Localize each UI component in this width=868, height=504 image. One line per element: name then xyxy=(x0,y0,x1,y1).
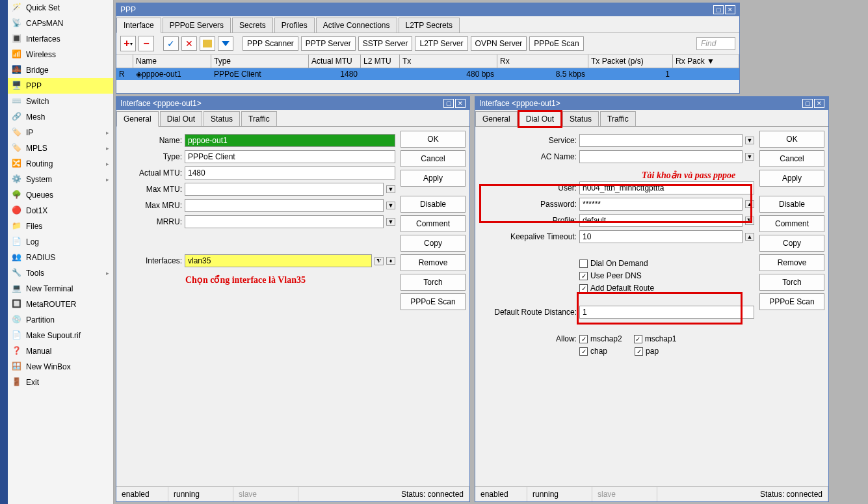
sidebar-item-metarouter[interactable]: 🔲MetaROUTER xyxy=(8,297,113,312)
tab-dialout[interactable]: Dial Out xyxy=(519,111,561,127)
comment-button[interactable] xyxy=(200,36,215,51)
tab-interface[interactable]: Interface xyxy=(116,18,161,33)
sidebar-item-interfaces[interactable]: 🔳Interfaces xyxy=(8,31,113,47)
filter-button[interactable] xyxy=(218,36,233,51)
sidebar-item-exit[interactable]: 🚪Exit xyxy=(8,375,113,390)
interfaces-field[interactable] xyxy=(185,254,372,267)
minimize-button[interactable]: ▢ xyxy=(802,99,813,108)
col-name[interactable]: Name xyxy=(133,55,211,68)
dns-checkbox[interactable]: ✓ xyxy=(579,272,588,280)
table-row[interactable]: R ◈pppoe-out1 PPPoE Client 1480 480 bps … xyxy=(116,68,739,80)
find-input[interactable]: Find xyxy=(696,37,735,50)
service-field[interactable] xyxy=(579,134,743,147)
reveal-icon[interactable]: ▲ xyxy=(745,200,754,208)
sidebar-item-partition[interactable]: 💿Partition xyxy=(8,312,113,328)
sidebar-item-radius[interactable]: 👥RADIUS xyxy=(8,250,113,265)
remove-button[interactable]: − xyxy=(138,36,154,51)
sidebar-item-terminal[interactable]: 💻New Terminal xyxy=(8,281,113,297)
dropdown-icon[interactable]: ▼ xyxy=(386,185,395,193)
minimize-button[interactable]: ▢ xyxy=(443,99,454,108)
cancel-button[interactable]: Cancel xyxy=(759,150,824,167)
disable-button[interactable]: Disable xyxy=(401,196,466,213)
acname-field[interactable] xyxy=(579,150,743,163)
sidebar-item-log[interactable]: 📄Log xyxy=(8,234,113,250)
ok-button[interactable]: OK xyxy=(759,131,824,148)
l2tp-server-button[interactable]: L2TP Server xyxy=(415,36,467,51)
close-button[interactable]: ✕ xyxy=(814,99,824,108)
pap-checkbox[interactable]: ✓ xyxy=(635,347,643,356)
pptp-server-button[interactable]: PPTP Server xyxy=(301,36,356,51)
sidebar-item-quickset[interactable]: 🪄Quick Set xyxy=(8,0,113,16)
copy-button[interactable]: Copy xyxy=(401,235,466,252)
close-button[interactable]: ✕ xyxy=(455,99,466,108)
pppoe-scan-button[interactable]: PPPoE Scan xyxy=(759,293,824,310)
tab-general[interactable]: General xyxy=(475,111,518,126)
sidebar-item-ppp[interactable]: 🖥️PPP xyxy=(8,78,113,94)
tab-l2tp-secrets[interactable]: L2TP Secrets xyxy=(399,18,460,33)
sidebar-item-dot1x[interactable]: 🔴Dot1X xyxy=(8,203,113,219)
sidebar-item-wireless[interactable]: 📶Wireless xyxy=(8,47,113,62)
col-tx[interactable]: Tx xyxy=(400,55,497,68)
sidebar-item-switch[interactable]: ⌨️Switch xyxy=(8,94,113,109)
spin-icon[interactable]: ▲ xyxy=(745,233,754,241)
mrru-field[interactable] xyxy=(185,215,384,228)
maxmru-field[interactable] xyxy=(185,199,384,212)
apply-button[interactable]: Apply xyxy=(401,170,466,187)
dropdown-icon[interactable]: ⧨ xyxy=(375,257,384,265)
tab-general[interactable]: General xyxy=(116,111,159,127)
comment-button[interactable]: Comment xyxy=(759,215,824,232)
adr-checkbox[interactable]: ✓ xyxy=(579,284,588,293)
pppoe-scan-button[interactable]: PPPoE Scan xyxy=(529,36,583,51)
sidebar-item-queues[interactable]: 🌳Queues xyxy=(8,187,113,203)
spin-icon[interactable]: ♦ xyxy=(386,257,395,265)
sidebar-item-tools[interactable]: 🔧Tools▸ xyxy=(8,265,113,281)
tab-secrets[interactable]: Secrets xyxy=(232,18,273,33)
dropdown-icon[interactable]: ▼ xyxy=(386,202,395,209)
sidebar-item-bridge[interactable]: 🌉Bridge xyxy=(8,62,113,78)
dropdown-icon[interactable]: ▼ xyxy=(745,153,754,161)
type-field[interactable] xyxy=(185,150,395,163)
col-rxp[interactable]: Rx Pack ▼ xyxy=(673,55,739,68)
col-type[interactable]: Type xyxy=(211,55,309,68)
disable-button[interactable]: Disable xyxy=(759,196,824,213)
torch-button[interactable]: Torch xyxy=(401,274,466,291)
apply-button[interactable]: Apply xyxy=(759,170,824,187)
enable-button[interactable]: ✓ xyxy=(163,36,179,51)
drd-field[interactable] xyxy=(579,306,754,319)
col-mtu[interactable]: Actual MTU xyxy=(309,55,361,68)
user-field[interactable] xyxy=(579,181,754,194)
actualmtu-field[interactable] xyxy=(185,166,395,179)
sidebar-item-ip[interactable]: 🏷️IP▸ xyxy=(8,125,113,140)
maxmtu-field[interactable] xyxy=(185,183,384,196)
minimize-button[interactable]: ▢ xyxy=(713,5,724,14)
torch-button[interactable]: Torch xyxy=(759,274,824,291)
pppoe-scan-button[interactable]: PPPoE Scan xyxy=(401,293,466,310)
tab-traffic[interactable]: Traffic xyxy=(241,111,277,126)
sidebar-item-capsman[interactable]: 📡CAPsMAN xyxy=(8,16,113,31)
sstp-server-button[interactable]: SSTP Server xyxy=(358,36,413,51)
add-button[interactable]: +▾ xyxy=(120,36,136,51)
sidebar-item-mpls[interactable]: 🏷️MPLS▸ xyxy=(8,140,113,156)
tab-dialout[interactable]: Dial Out xyxy=(160,111,202,126)
col-rx[interactable]: Rx xyxy=(497,55,588,68)
col-txp[interactable]: Tx Packet (p/s) xyxy=(588,55,673,68)
sidebar-item-supout[interactable]: 📄Make Supout.rif xyxy=(8,328,113,343)
ovpn-server-button[interactable]: OVPN Server xyxy=(471,36,527,51)
tab-profiles[interactable]: Profiles xyxy=(274,18,315,33)
sidebar-item-winbox[interactable]: 🪟New WinBox xyxy=(8,359,113,375)
ppp-scanner-button[interactable]: PPP Scanner xyxy=(243,36,298,51)
comment-button[interactable]: Comment xyxy=(401,215,466,232)
tab-active-conn[interactable]: Active Connections xyxy=(316,18,397,33)
mschap2-checkbox[interactable]: ✓ xyxy=(579,335,588,343)
sidebar-item-mesh[interactable]: 🔗Mesh xyxy=(8,109,113,125)
chap-checkbox[interactable]: ✓ xyxy=(579,347,588,356)
tab-status[interactable]: Status xyxy=(562,111,599,126)
disable-button[interactable]: ✕ xyxy=(181,36,197,51)
cancel-button[interactable]: Cancel xyxy=(401,150,466,167)
tab-pppoe-servers[interactable]: PPPoE Servers xyxy=(163,18,231,33)
dropdown-icon[interactable]: ▼ xyxy=(745,137,754,144)
tab-traffic[interactable]: Traffic xyxy=(600,111,636,126)
sidebar-item-routing[interactable]: 🔀Routing▸ xyxy=(8,156,113,172)
sidebar-item-manual[interactable]: ❓Manual xyxy=(8,343,113,359)
remove-button[interactable]: Remove xyxy=(401,254,466,271)
